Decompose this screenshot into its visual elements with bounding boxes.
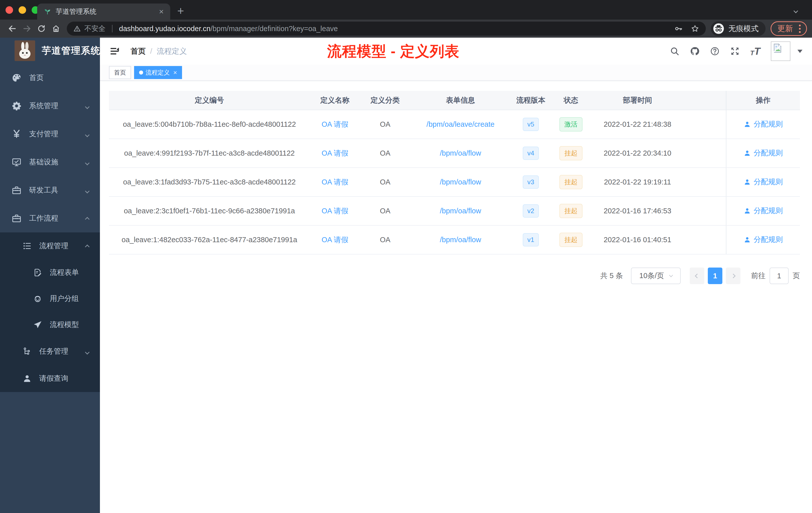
favicon-seedling-icon [44,8,51,15]
sidebar-item-label: 流程表单 [50,268,79,278]
avatar-dropdown-caret-icon[interactable] [798,50,803,53]
deploy-time: 2022-01-16 17:46:53 [604,207,671,215]
form-info-link[interactable]: /bpm/oa/flow [440,149,481,157]
sidebar-menu: 首页系统管理支付管理基础设施研发工具工作流程流程管理流程表单用户分组流程模型任务… [0,64,100,392]
sidebar-item-form[interactable]: 流程表单 [0,260,100,285]
sidebar-item-yen[interactable]: 支付管理 [0,120,100,148]
breadcrumb-home[interactable]: 首页 [130,46,146,57]
fullscreen-icon[interactable] [730,47,740,56]
definition-name-link[interactable]: OA 请假 [322,178,348,186]
definition-name-link[interactable]: OA 请假 [322,236,348,244]
sidebar-item-workflow-tree[interactable]: 任务管理 [0,338,100,365]
definition-name-link[interactable]: OA 请假 [322,120,348,128]
prev-page-button[interactable] [690,268,704,284]
tags-view-bar: 首页流程定义× [100,65,812,81]
user-icon [744,178,751,185]
sidebar-item-label: 研发工具 [29,185,58,195]
assign-rule-link[interactable]: 分配规则 [744,206,783,216]
forward-button[interactable] [20,21,34,36]
user-icon [744,207,751,214]
sidebar-item-label: 流程模型 [50,320,79,330]
github-icon[interactable] [690,47,699,56]
active-tag-dot-icon [139,70,143,74]
assign-rule-link[interactable]: 分配规则 [744,119,783,129]
page-number-1[interactable]: 1 [708,268,722,284]
filler-cell [684,139,726,168]
definition-category: OA [380,178,390,186]
browser-tab[interactable]: 芋道管理系统 × [37,3,170,20]
sidebar-logo[interactable]: 芋道管理系统 [0,38,100,64]
search-icon[interactable] [670,47,679,56]
window-controls [5,6,39,14]
goto-label: 前往 [751,271,765,281]
sidebar: 芋道管理系统 首页系统管理支付管理基础设施研发工具工作流程流程管理流程表单用户分… [0,38,100,513]
address-bar[interactable]: 不安全 dashboard.yudao.iocoder.cn/bpm/manag… [67,22,706,36]
back-button[interactable] [5,21,20,36]
update-label: 更新 [777,23,793,34]
sidebar-item-monitor[interactable]: 基础设施 [0,148,100,176]
monitor-icon [11,157,22,167]
column-header: 定义名称 [310,91,360,110]
sidebar-item-paper-plane[interactable]: 流程模型 [0,312,100,338]
tag-close-icon[interactable]: × [173,69,177,76]
filler-cell [684,168,726,197]
page-size-select[interactable]: 10条/页 [631,268,681,284]
sidebar-item-toolbox[interactable]: 研发工具 [0,176,100,204]
definition-name-link[interactable]: OA 请假 [322,207,348,215]
tag-label: 首页 [114,68,126,77]
table-row: oa_leave:5:004b710b-7b8a-11ec-8ef0-acde4… [109,110,800,139]
breadcrumb: 首页 / 流程定义 [130,46,187,57]
bookmark-star-icon[interactable] [691,24,699,33]
table-header-row: 定义编号定义名称定义分类表单信息流程版本状态部署时间操作 [109,91,800,110]
form-info-link[interactable]: /bpm/oa/flow [440,236,481,244]
assign-rule-link[interactable]: 分配规则 [744,235,783,245]
definition-name-cell: OA 请假 [310,225,360,254]
tab-search-chevron-icon[interactable] [794,9,798,13]
tab-close-icon[interactable]: × [159,7,164,16]
sidebar-item-gear[interactable]: 系统管理 [0,92,100,120]
definition-category-cell: OA [360,168,410,197]
form-info-link[interactable]: /bpm/oa/flow [440,178,481,186]
sidebar-item-dashboard[interactable]: 首页 [0,64,100,92]
goto-page-input[interactable] [770,268,789,284]
chevron-right-icon [731,274,735,278]
assign-rule-link[interactable]: 分配规则 [744,148,783,158]
sidebar-item-list[interactable]: 流程管理 [0,233,100,260]
status-cell: 挂起 [551,139,591,168]
close-window-button[interactable] [5,6,13,14]
sidebar-item-user[interactable]: 请假查询 [0,365,100,392]
deploy-time-cell: 2022-01-22 19:19:11 [591,168,684,197]
new-tab-button[interactable]: + [177,4,184,18]
font-size-icon[interactable]: TT [750,46,760,57]
chevron-down-icon [86,158,89,167]
briefcase-icon [11,213,22,223]
minimize-window-button[interactable] [19,6,26,14]
sidebar-item-robot[interactable]: 用户分组 [0,285,100,312]
definition-name-cell: OA 请假 [310,139,360,168]
reload-button[interactable] [34,21,49,36]
next-page-button[interactable] [726,268,741,284]
column-header: 定义编号 [109,91,310,110]
hamburger-collapse-icon[interactable] [110,46,120,57]
version-badge: v4 [523,147,539,160]
version-cell: v3 [511,168,551,197]
user-avatar[interactable] [771,41,790,61]
tag-active[interactable]: 流程定义× [134,66,182,79]
form-info-link[interactable]: /bpm/oa/flow [440,207,481,215]
definition-id-cell: oa_leave:4:991f2193-7b7f-11ec-a3c8-acde4… [109,139,310,168]
help-icon[interactable] [710,47,720,56]
version-cell: v1 [511,225,551,254]
form-info-link[interactable]: /bpm/oa/leave/create [427,120,495,128]
chrome-update-menu-button[interactable]: 更新 [771,21,807,36]
pagination: 共 5 条 10条/页 1 前往 页 [109,268,800,284]
definition-name-link[interactable]: OA 请假 [322,149,348,157]
sidebar-item-briefcase[interactable]: 工作流程 [0,204,100,233]
status-badge: 挂起 [559,233,582,247]
password-key-icon[interactable] [674,24,683,33]
home-button[interactable] [49,21,63,36]
action-cell: 分配规则 [726,139,800,168]
assign-rule-link[interactable]: 分配规则 [744,177,783,187]
not-secure-warning-icon[interactable] [73,25,81,32]
tag-item[interactable]: 首页 [109,66,131,79]
gear-icon [11,101,22,111]
